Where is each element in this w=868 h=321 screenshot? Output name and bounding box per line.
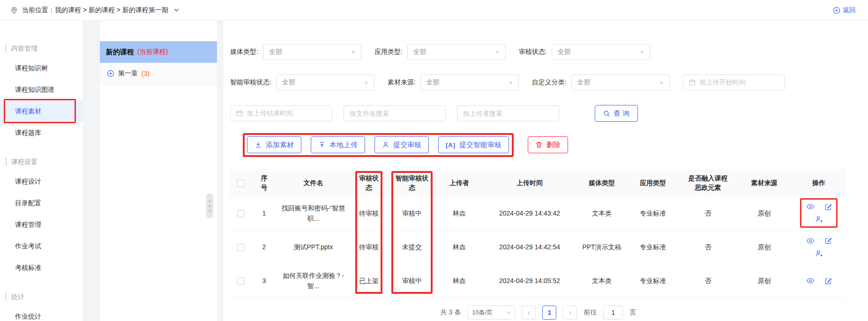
material-source-select[interactable]: 全部 ∨	[420, 75, 519, 90]
cell-actions	[791, 196, 846, 230]
button-label: 删除	[546, 141, 561, 149]
sidebar-item-course-materials[interactable]: 课程素材	[0, 100, 82, 122]
sidebar-item-knowledge-graph[interactable]: 课程知识图谱	[0, 79, 82, 100]
cell-filename: 测试PPT.pptx	[277, 230, 350, 264]
header-select-all	[230, 169, 251, 196]
sidebar-item-catalog-config[interactable]: 目录配置	[0, 192, 82, 214]
goto-page-input[interactable]	[603, 306, 623, 320]
cell-actions	[791, 264, 846, 298]
filter-material-source: 素材来源: 全部 ∨	[388, 75, 519, 90]
cell-filename: 找回账号和密码-“智慧职...	[277, 196, 350, 230]
upload-start-date-input[interactable]: 按上传开始时间	[683, 75, 785, 90]
cell-ai-status: 审核中	[388, 196, 436, 230]
cell-upload-time: 2024-04-29 14:43:42	[483, 196, 576, 230]
person-icon	[382, 141, 389, 149]
main-panel: 媒体类型: 全部 ∨ 应用类型: 全部 ∨ 审核状态: 全	[224, 21, 868, 321]
cell-review-status: 待审核	[350, 230, 388, 264]
header-uploader: 上传者	[436, 169, 483, 196]
sidebar-item-assessment-standard[interactable]: 考核标准	[0, 257, 82, 278]
view-icon[interactable]	[806, 276, 815, 285]
header-filename: 文件名	[277, 169, 350, 196]
add-material-button[interactable]: 添加素材	[247, 136, 301, 153]
filter-row-1: 媒体类型: 全部 ∨ 应用类型: 全部 ∨ 审核状态: 全	[230, 44, 859, 60]
ai-review-status-select[interactable]: 全部 ∨	[276, 75, 374, 90]
cell-app-type: 专业标准	[627, 196, 679, 230]
select-value: 全部	[282, 78, 295, 87]
sidebar-item-knowledge-tree[interactable]: 课程知识树	[0, 57, 82, 79]
filename-search-input[interactable]	[344, 105, 446, 121]
edit-icon[interactable]	[824, 203, 832, 211]
plus-circle-icon[interactable]	[107, 70, 114, 77]
view-icon[interactable]	[806, 237, 815, 245]
view-icon[interactable]	[806, 202, 815, 211]
button-label: 提交审核	[393, 141, 421, 149]
chapter-row[interactable]: 第一章 (3)	[100, 63, 217, 84]
search-button-label: 查 询	[614, 109, 629, 118]
filter-label: 应用类型:	[374, 48, 403, 56]
header-review-status: 审核状态	[350, 169, 388, 196]
sidebar-item-course-management[interactable]: 课程管理	[0, 214, 82, 235]
chapter-count: (3)	[142, 70, 150, 77]
cell-ideology: 否	[679, 264, 737, 298]
table-row: 3 如何关联作业测验？-智... 已上架 审核中 林垚 2024-04-29 1…	[230, 264, 846, 298]
date-placeholder: 按上传开始时间	[700, 78, 746, 87]
total-count: 共 3 条	[441, 308, 461, 317]
select-all-checkbox[interactable]	[237, 179, 245, 187]
gutter	[217, 21, 224, 321]
prev-page-button[interactable]: ‹	[522, 306, 536, 320]
row-checkbox[interactable]	[237, 244, 245, 251]
chevron-down-icon: ∨	[640, 50, 644, 55]
cell-app-type: 专业标准	[627, 264, 679, 298]
local-upload-button[interactable]: 本地上传	[311, 136, 365, 153]
chevron-down-icon[interactable]	[173, 7, 180, 13]
sidebar-item-question-bank[interactable]: 课程题库	[0, 122, 82, 143]
submit-reviewer-icon[interactable]	[815, 215, 823, 224]
submit-ai-review-button[interactable]: [A] 提交智能审核	[438, 136, 509, 153]
sidebar-item-course-design[interactable]: 课程设计	[0, 171, 82, 192]
current-page-button[interactable]: 1	[542, 306, 556, 320]
header-app-type: 应用类型	[627, 169, 679, 196]
row-checkbox[interactable]	[237, 277, 245, 285]
upload-end-date-input[interactable]: 按上传结束时间	[230, 105, 332, 121]
cell-upload-time: 2024-04-29 14:42:54	[483, 230, 576, 264]
sidebar-item-homework-exam[interactable]: 作业考试	[0, 235, 82, 257]
page-size-select[interactable]: 10条/页 ∨	[467, 306, 515, 320]
submit-reviewer-icon[interactable]	[815, 249, 823, 258]
media-type-select[interactable]: 全部 ∨	[263, 44, 361, 60]
filter-custom-category: 自定义分类: 全部 ∨	[532, 75, 670, 90]
sidebar: 内容管理 课程知识树 课程知识图谱 课程素材 课程题库 课程设置 课程设计 目录…	[0, 21, 83, 321]
sidebar-section-statistics: 统计	[6, 292, 82, 301]
table-row: 1 找回账号和密码-“智慧职... 待审核 审核中 林垚 2024-04-29 …	[230, 196, 846, 230]
row-checkbox[interactable]	[237, 210, 245, 217]
row-actions	[801, 276, 836, 285]
search-icon	[603, 110, 610, 117]
calendar-icon	[236, 110, 243, 117]
edit-icon[interactable]	[824, 277, 832, 285]
course-header[interactable]: 新的课程 (当前课程)	[100, 41, 217, 63]
edit-icon[interactable]	[824, 237, 832, 245]
course-panel: 新的课程 (当前课程) 第一章 (3)	[100, 21, 217, 321]
back-button[interactable]: 返回	[833, 6, 856, 15]
back-arrow-icon	[833, 7, 840, 14]
cell-source: 原创	[737, 264, 791, 298]
location-icon	[10, 7, 18, 14]
filter-row-2: 智能审核状态: 全部 ∨ 素材来源: 全部 ∨ 自定义分类:	[230, 75, 859, 90]
next-page-button[interactable]: ›	[563, 306, 577, 320]
course-title: 新的课程	[106, 48, 134, 57]
app-type-select[interactable]: 全部 ∨	[407, 44, 506, 60]
custom-category-select[interactable]: 全部 ∨	[571, 75, 670, 90]
uploader-search-input[interactable]	[457, 105, 559, 121]
cell-checkbox	[230, 264, 251, 298]
filter-label: 自定义分类:	[532, 78, 567, 87]
cell-review-status: 待审核	[350, 196, 388, 230]
review-status-select[interactable]: 全部 ∨	[552, 44, 650, 60]
filter-label: 素材来源:	[388, 78, 416, 87]
panel-drag-handle[interactable]	[206, 193, 213, 218]
button-label: 本地上传	[329, 141, 358, 149]
current-course-tag: (当前课程)	[137, 48, 168, 56]
submit-review-button[interactable]: 提交审核	[374, 136, 429, 153]
sidebar-item-homework-statistics[interactable]: 作业统计	[0, 306, 82, 321]
search-button[interactable]: 查 询	[595, 105, 638, 122]
delete-button[interactable]: 删除	[528, 136, 568, 153]
chapter-label: 第一章	[118, 69, 138, 78]
